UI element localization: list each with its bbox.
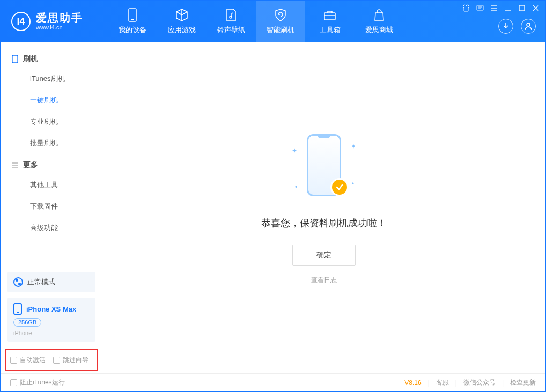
success-illustration: ✦ ✦ • • xyxy=(292,131,356,206)
sidebar-item-batch-flash[interactable]: 批量刷机 xyxy=(1,132,102,154)
nav-label: 爱思商城 xyxy=(365,25,393,35)
nav-tab-shop[interactable]: 爱思商城 xyxy=(355,1,404,42)
sidebar-section-flash: 刷机 xyxy=(1,48,102,68)
checkbox-icon xyxy=(10,379,17,386)
app-subtitle: www.i4.cn xyxy=(36,24,83,31)
checkbox-auto-activate[interactable]: 自动激活 xyxy=(10,356,46,365)
success-message: 恭喜您，保资料刷机成功啦！ xyxy=(261,217,387,230)
download-icon[interactable] xyxy=(498,19,513,34)
feedback-icon[interactable] xyxy=(476,4,484,12)
window-controls xyxy=(462,4,540,12)
nav-tabs: 我的设备 应用游戏 铃声壁纸 智能刷机 工具箱 爱思商城 xyxy=(108,1,404,42)
menu-lines-icon xyxy=(11,161,19,169)
check-badge-icon xyxy=(330,178,349,196)
sidebar-item-itunes-flash[interactable]: iTunes刷机 xyxy=(1,68,102,90)
close-icon[interactable] xyxy=(532,4,540,12)
cube-icon xyxy=(175,8,189,22)
footer-wechat-link[interactable]: 微信公众号 xyxy=(463,378,496,387)
options-highlight-box: 自动激活 跳过向导 xyxy=(5,349,98,371)
checkbox-block-itunes[interactable]: 阻止iTunes运行 xyxy=(10,378,65,387)
shop-bag-icon xyxy=(372,8,386,22)
sparkle-icon: • xyxy=(295,183,297,191)
mode-icon xyxy=(13,277,23,287)
main-content: ✦ ✦ • • 恭喜您，保资料刷机成功啦！ 确定 查看日志 xyxy=(102,42,545,373)
result-panel: ✦ ✦ • • 恭喜您，保资料刷机成功啦！ 确定 查看日志 xyxy=(261,131,387,285)
device-type: iPhone xyxy=(13,330,32,336)
svg-rect-1 xyxy=(131,19,134,20)
sidebar-item-advanced[interactable]: 高级功能 xyxy=(1,217,102,239)
checkbox-icon xyxy=(10,357,17,364)
menu-icon[interactable] xyxy=(490,4,498,12)
svg-rect-2 xyxy=(324,13,335,20)
nav-label: 我的设备 xyxy=(119,25,146,35)
app-title: 爱思助手 xyxy=(36,11,83,24)
toolbox-icon xyxy=(323,8,337,22)
sidebar: 刷机 iTunes刷机 一键刷机 专业刷机 批量刷机 更多 其他工具 下载固件 … xyxy=(1,42,102,373)
minimize-icon[interactable] xyxy=(504,4,512,12)
maximize-icon[interactable] xyxy=(518,4,526,12)
checkbox-icon xyxy=(53,357,60,364)
header-quick-icons xyxy=(498,19,536,34)
nav-tab-device[interactable]: 我的设备 xyxy=(108,1,157,42)
sparkle-icon: ✦ xyxy=(292,147,297,154)
device-icon xyxy=(126,8,139,22)
nav-tab-apps[interactable]: 应用游戏 xyxy=(157,1,206,42)
header: i4 爱思助手 www.i4.cn 我的设备 应用游戏 铃声壁纸 智能刷机 xyxy=(1,1,545,42)
nav-tab-flash[interactable]: 智能刷机 xyxy=(256,1,305,42)
logo-icon: i4 xyxy=(11,12,31,31)
shield-refresh-icon xyxy=(274,8,287,22)
shirt-icon[interactable] xyxy=(462,4,470,12)
device-name: iPhone XS Max xyxy=(26,305,76,313)
footer-support-link[interactable]: 客服 xyxy=(436,378,449,387)
device-box[interactable]: iPhone XS Max 256GB iPhone xyxy=(7,298,95,342)
footer: 阻止iTunes运行 V8.16 | 客服 | 微信公众号 | 检查更新 xyxy=(1,373,545,391)
nav-label: 应用游戏 xyxy=(168,25,196,35)
phone-outline-icon xyxy=(11,55,19,63)
sidebar-item-pro-flash[interactable]: 专业刷机 xyxy=(1,111,102,132)
svg-rect-4 xyxy=(477,5,483,10)
view-log-link[interactable]: 查看日志 xyxy=(311,276,337,285)
version-label: V8.16 xyxy=(404,379,421,387)
device-panel: 正常模式 iPhone XS Max 256GB iPhone xyxy=(1,270,102,347)
footer-check-update-link[interactable]: 检查更新 xyxy=(510,378,536,387)
ok-button[interactable]: 确定 xyxy=(292,245,356,266)
sparkle-icon: ✦ xyxy=(351,143,356,150)
nav-label: 智能刷机 xyxy=(267,25,294,35)
checkbox-skip-guide[interactable]: 跳过向导 xyxy=(53,356,88,365)
body: 刷机 iTunes刷机 一键刷机 专业刷机 批量刷机 更多 其他工具 下载固件 … xyxy=(1,42,545,373)
nav-label: 工具箱 xyxy=(320,25,341,35)
device-capacity: 256GB xyxy=(13,318,41,327)
music-file-icon xyxy=(224,8,238,22)
nav-tab-ringtone[interactable]: 铃声壁纸 xyxy=(206,1,256,42)
logo: i4 爱思助手 www.i4.cn xyxy=(1,11,108,31)
app-window: i4 爱思助手 www.i4.cn 我的设备 应用游戏 铃声壁纸 智能刷机 xyxy=(0,0,546,392)
footer-right: V8.16 | 客服 | 微信公众号 | 检查更新 xyxy=(404,378,536,387)
sidebar-item-oneclick-flash[interactable]: 一键刷机 xyxy=(1,90,102,111)
mode-label: 正常模式 xyxy=(27,277,55,287)
sidebar-section-more: 更多 xyxy=(1,154,102,174)
user-icon[interactable] xyxy=(521,19,536,34)
nav-label: 铃声壁纸 xyxy=(217,25,245,35)
sidebar-item-other-tools[interactable]: 其他工具 xyxy=(1,174,102,196)
mode-box[interactable]: 正常模式 xyxy=(7,272,95,292)
nav-tab-toolbox[interactable]: 工具箱 xyxy=(305,1,355,42)
svg-rect-15 xyxy=(12,55,18,63)
svg-rect-11 xyxy=(519,5,525,11)
phone-icon xyxy=(13,303,22,315)
svg-point-14 xyxy=(527,23,530,26)
sidebar-item-download-firmware[interactable]: 下载固件 xyxy=(1,196,102,217)
sparkle-icon: • xyxy=(352,180,354,188)
